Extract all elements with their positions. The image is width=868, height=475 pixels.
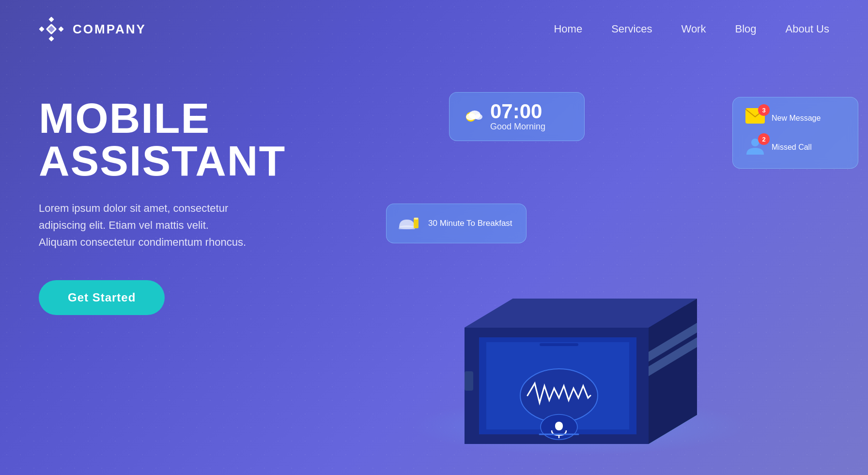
logo-text: COMPANY [73,22,146,37]
svg-rect-3 [48,36,54,41]
call-icon-wrap: 2 [745,137,766,158]
header: COMPANY Home Services Work Blog About Us [0,0,868,58]
message-icon-wrap: 3 [745,108,766,128]
phone-svg [416,211,745,463]
nav-blog[interactable]: Blog [735,23,756,35]
logo[interactable]: COMPANY [39,16,146,42]
card-morning: 07:00 Good Morning [449,92,585,141]
nav-home[interactable]: Home [554,23,582,35]
nav-services[interactable]: Services [611,23,652,35]
svg-point-9 [475,114,482,120]
morning-time: 07:00 [490,101,545,122]
svg-rect-34 [465,371,473,391]
weather-icon [460,106,485,127]
morning-greeting: Good Morning [490,122,545,132]
hero-description: Lorem ipsum dolor sit amet, consectetur … [39,200,291,251]
hero-illustration: 07:00 Good Morning 30 Minute To Breakfas… [359,39,868,465]
call-badge: 2 [758,133,770,145]
svg-rect-0 [48,16,54,22]
svg-rect-29 [555,422,563,430]
card-notifications: 3 New Message 2 Missed Call [732,97,858,169]
message-badge: 3 [758,104,770,116]
svg-rect-31 [540,343,578,346]
svg-point-8 [466,113,476,120]
svg-rect-2 [58,26,63,32]
svg-rect-1 [39,26,44,32]
missed-call-row: 2 Missed Call [745,137,812,158]
new-message-label: New Message [772,114,821,123]
nav-about[interactable]: About Us [786,23,830,35]
weather-row: 07:00 Good Morning [460,101,545,132]
logo-icon [39,16,64,42]
svg-rect-11 [399,227,415,229]
missed-call-label: Missed Call [772,143,812,152]
get-started-button[interactable]: Get Started [39,280,165,315]
main-nav: Home Services Work Blog About Us [554,23,829,35]
phone-illustration [416,211,745,465]
new-message-row: 3 New Message [745,108,821,128]
hero-title: MOBILE ASSISTANT [39,97,329,182]
nav-work[interactable]: Work [682,23,706,35]
hero-content: MOBILE ASSISTANT Lorem ipsum dolor sit a… [39,97,329,315]
